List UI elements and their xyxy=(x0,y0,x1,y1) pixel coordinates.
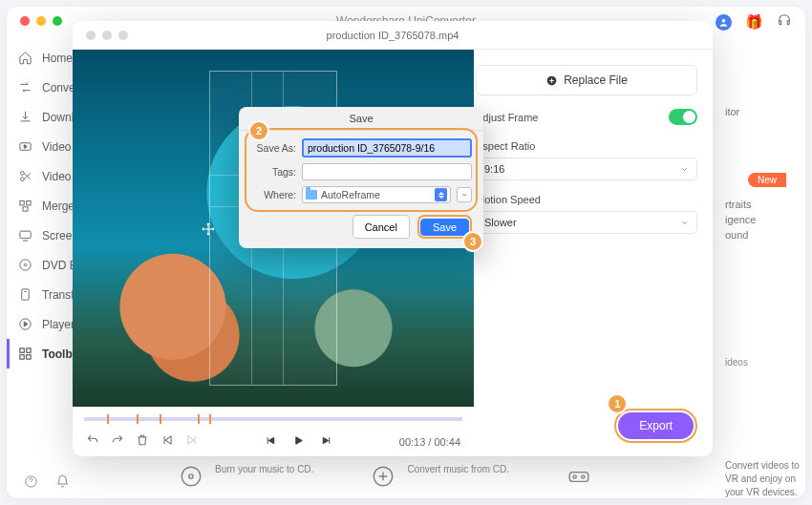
svg-rect-6 xyxy=(23,207,28,211)
adjust-frame-row: Adjust Frame xyxy=(476,109,697,125)
chevron-down-icon xyxy=(680,165,689,174)
sidebar-item-merger[interactable]: Merger xyxy=(7,191,77,221)
redo-icon[interactable] xyxy=(111,433,124,451)
sidebar-item-transfer[interactable]: Transfer xyxy=(7,280,77,309)
svg-point-9 xyxy=(24,263,27,266)
video-timeline[interactable] xyxy=(84,412,462,426)
svg-rect-12 xyxy=(20,348,24,352)
aspect-ratio-select[interactable]: 9:16 xyxy=(476,158,697,180)
user-avatar-icon[interactable] xyxy=(716,14,732,31)
svg-rect-14 xyxy=(20,355,24,359)
tags-label: Tags: xyxy=(248,166,296,178)
bottom-toolbox-tiles: Burn your music to CD. Convert music fro… xyxy=(179,464,786,489)
svg-rect-13 xyxy=(27,348,31,352)
where-select[interactable]: AutoReframe xyxy=(302,186,451,203)
svg-point-8 xyxy=(20,260,31,270)
sidebar-item-compressor[interactable]: Video Compressor xyxy=(7,132,77,161)
svg-rect-20 xyxy=(569,473,588,482)
sidebar-item-converter[interactable]: Converter xyxy=(7,73,77,102)
save-dialog-title: Save xyxy=(239,107,483,131)
next-frame-icon[interactable] xyxy=(185,433,199,451)
tile-burn-cd[interactable]: Burn your music to CD. xyxy=(179,464,313,489)
svg-point-18 xyxy=(189,474,193,478)
save-as-label: Save As: xyxy=(248,142,296,154)
move-handle-icon[interactable] xyxy=(201,221,216,237)
callout-2: 2 xyxy=(250,122,267,139)
callout-1: 1 xyxy=(609,395,626,412)
cancel-button[interactable]: Cancel xyxy=(353,215,410,239)
step-back-icon[interactable] xyxy=(265,433,277,451)
delete-icon[interactable] xyxy=(136,433,149,451)
notification-bell-icon[interactable] xyxy=(55,474,70,493)
expand-browse-button[interactable] xyxy=(457,187,472,202)
sidebar-item-home[interactable]: Home xyxy=(7,43,77,73)
export-highlight: Export 1 xyxy=(614,409,697,443)
svg-rect-7 xyxy=(20,231,31,239)
sidebar-item-toolbox[interactable]: Toolbox xyxy=(7,339,77,368)
save-button-highlight: Save 3 xyxy=(417,215,472,239)
updown-chevron-icon[interactable] xyxy=(435,188,447,201)
support-headset-icon[interactable] xyxy=(777,12,792,32)
sidebar-item-downloader[interactable]: Downloader xyxy=(7,102,77,132)
tags-input[interactable] xyxy=(302,163,472,180)
tile-vr[interactable] xyxy=(566,464,591,489)
where-label: Where: xyxy=(248,189,296,200)
step-forward-icon[interactable] xyxy=(320,433,332,451)
sidebar-item-label: Home xyxy=(42,52,73,65)
sidebar-item-label: Player xyxy=(42,318,75,331)
time-display: 00:13 / 00:44 xyxy=(399,436,460,448)
svg-point-2 xyxy=(21,172,25,176)
svg-rect-5 xyxy=(27,201,31,205)
save-dialog: Save 2 Save As: Tags: Where: AutoReframe… xyxy=(239,107,483,248)
sidebar-item-dvd-burner[interactable]: DVD Burner xyxy=(7,250,77,280)
svg-rect-15 xyxy=(27,355,31,359)
gift-icon[interactable]: 🎁 xyxy=(745,13,763,31)
replace-file-button[interactable]: Replace File xyxy=(476,65,697,95)
svg-point-3 xyxy=(21,178,25,181)
tile-convert-cd[interactable]: Convert music from CD. xyxy=(371,464,509,489)
new-badge: New xyxy=(748,173,786,187)
export-button[interactable]: Export xyxy=(618,412,694,439)
sidebar: Home Converter Downloader Video Compress… xyxy=(7,37,77,460)
playback-controls: 00:13 / 00:44 xyxy=(73,426,474,456)
svg-point-22 xyxy=(582,475,585,478)
callout-3: 3 xyxy=(464,233,481,250)
folder-icon xyxy=(306,190,317,200)
editor-filename: production ID_3765078.mp4 xyxy=(73,30,713,41)
sidebar-item-player[interactable]: Player xyxy=(7,309,77,339)
save-button[interactable]: Save xyxy=(420,219,469,236)
adjust-frame-toggle[interactable] xyxy=(669,109,697,125)
play-icon[interactable] xyxy=(292,433,305,451)
svg-rect-10 xyxy=(22,289,30,300)
svg-point-17 xyxy=(182,467,201,486)
sidebar-item-screen-recorder[interactable]: Screen Recorder xyxy=(7,221,77,250)
sidebar-footer xyxy=(7,474,70,493)
svg-rect-4 xyxy=(20,201,24,205)
aspect-ratio-label: Aspect Ratio xyxy=(476,140,697,152)
help-icon[interactable] xyxy=(24,474,38,493)
right-panel-partial: itor New rtraits igence ound ideos Conve… xyxy=(719,102,805,498)
svg-point-0 xyxy=(722,18,726,22)
svg-point-21 xyxy=(573,475,576,478)
chevron-down-icon xyxy=(680,219,689,227)
save-as-input[interactable] xyxy=(302,138,472,158)
sidebar-item-video-editor[interactable]: Video Editor xyxy=(7,161,77,191)
motion-speed-select[interactable]: Slower xyxy=(476,211,697,234)
motion-speed-label: Motion Speed xyxy=(476,194,697,205)
prev-frame-icon[interactable] xyxy=(160,433,174,451)
undo-icon[interactable] xyxy=(86,433,99,451)
